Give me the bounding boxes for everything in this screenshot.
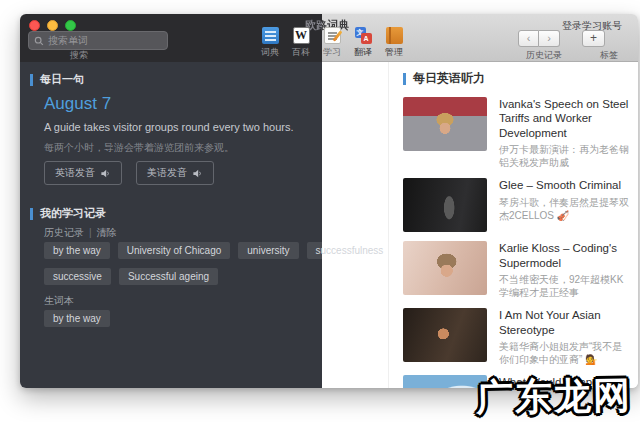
wordbook-tag-row: by the way [44, 310, 374, 327]
study-panel: 每日一句 August 7 A guide takes visitor grou… [20, 62, 322, 388]
item-thumbnail [403, 308, 487, 362]
item-title: Glee – Smooth Criminal [499, 178, 632, 192]
search-icon [34, 36, 44, 46]
toolbar-item-encyclopedia[interactable]: W 百科 [289, 27, 313, 59]
toolbar-items: 词典 W 百科 学习 文 A 翻译 管理 [258, 27, 406, 59]
back-button[interactable]: ‹ [518, 30, 539, 47]
tabs-toolbar-label: 标签 [600, 49, 618, 62]
speaker-icon [100, 168, 111, 179]
section-title: 每日一句 [40, 72, 84, 87]
item-text: Karlie Kloss – Coding's Supermodel 不当维密天… [499, 241, 632, 299]
speaker-icon [192, 168, 203, 179]
search-placeholder: 搜索单词 [48, 34, 88, 48]
study-notebook-icon [324, 27, 341, 44]
history-tag[interactable]: successive [44, 268, 111, 285]
button-label: 英语发音 [55, 166, 95, 180]
toolbar-item-label: 翻译 [354, 46, 372, 59]
section-accent-bar [30, 74, 33, 86]
search-toolbar-label: 搜索 [70, 49, 88, 62]
listening-item[interactable]: Karlie Kloss – Coding's Supermodel 不当维密天… [403, 241, 632, 299]
daily-sentence-text: A guide takes visitor groups round every… [44, 121, 308, 133]
app-window: 欧路词典 搜索单词 搜索 词典 W 百科 学习 [20, 14, 638, 388]
minimize-button[interactable] [47, 20, 58, 31]
history-tag[interactable]: successfulness [307, 242, 393, 259]
toolbar-item-translate[interactable]: 文 A 翻译 [351, 27, 375, 59]
dictionary-icon [262, 27, 279, 44]
section-title: 我的学习记录 [40, 206, 106, 221]
section-accent-bar [403, 73, 406, 85]
zoom-button[interactable] [65, 20, 76, 31]
translate-glyph-en: A [361, 33, 372, 44]
study-record-header: 我的学习记录 [30, 206, 106, 221]
item-subtitle: 琴房斗歌，伴奏居然是提琴双杰2CELLOS 🎻 [499, 196, 632, 222]
toolbar-item-dictionary[interactable]: 词典 [258, 27, 282, 59]
history-nav-segment: ‹ › [518, 30, 560, 47]
item-thumbnail [403, 241, 487, 295]
wordbook-tag[interactable]: by the way [44, 310, 110, 327]
daily-sentence-translation: 每两个小时，导游会带着游览团前来参观。 [44, 141, 308, 155]
item-thumbnail [403, 178, 487, 232]
toolbar-item-label: 管理 [385, 46, 403, 59]
item-text: Glee – Smooth Criminal 琴房斗歌，伴奏居然是提琴双杰2CE… [499, 178, 632, 232]
manage-book-icon [386, 27, 403, 44]
item-subtitle: 伊万卡最新演讲：再为老爸钢铝关税发声助威 [499, 143, 632, 169]
listening-list: 每日英语听力 Ivanka's Speech on Steel Tariffs … [388, 62, 632, 388]
item-subtitle: 不当维密天使，92年超模KK学编程才是正经事 [499, 273, 632, 299]
forward-button[interactable]: › [539, 30, 560, 47]
watermark-text: 广东龙网 [476, 371, 633, 422]
us-pronunciation-button[interactable]: 美语发音 [136, 161, 214, 185]
item-thumbnail [403, 97, 487, 151]
item-text: I Am Not Your Asian Stereotype 美籍华裔小姐姐发声… [499, 308, 632, 366]
add-tab-button[interactable]: + [582, 30, 605, 47]
translate-icon: 文 A [355, 27, 372, 44]
history-tag[interactable]: University of Chicago [118, 242, 230, 259]
clear-history-link[interactable]: 清除 [97, 227, 117, 238]
traffic-lights [29, 20, 76, 31]
listening-item[interactable]: Ivanka's Speech on Steel Tariffs and Wor… [403, 97, 632, 169]
history-tag-row: by the way University of Chicago univers… [44, 242, 374, 259]
item-title: Karlie Kloss – Coding's Supermodel [499, 241, 632, 270]
toolbar-item-label: 学习 [323, 46, 341, 59]
history-label: 历史记录 [44, 227, 84, 238]
history-tag[interactable]: Successful ageing [119, 268, 218, 285]
toolbar: 欧路词典 搜索单词 搜索 词典 W 百科 学习 [20, 14, 638, 62]
listening-panel: 每日英语听力 Ivanka's Speech on Steel Tariffs … [322, 62, 638, 388]
wordbook-label: 生词本 [44, 294, 74, 308]
history-tag[interactable]: university [238, 242, 298, 259]
content-area: 每日一句 August 7 A guide takes visitor grou… [20, 62, 638, 388]
toolbar-item-label: 词典 [261, 46, 279, 59]
history-tag[interactable]: by the way [44, 242, 110, 259]
toolbar-item-study[interactable]: 学习 [320, 27, 344, 59]
listening-item[interactable]: I Am Not Your Asian Stereotype 美籍华裔小姐姐发声… [403, 308, 632, 366]
wikipedia-icon: W [293, 27, 310, 44]
toolbar-item-manage[interactable]: 管理 [382, 27, 406, 59]
divider: | [84, 227, 97, 238]
search-input[interactable]: 搜索单词 [28, 31, 168, 50]
listening-item[interactable]: Glee – Smooth Criminal 琴房斗歌，伴奏居然是提琴双杰2CE… [403, 178, 632, 232]
section-accent-bar [30, 208, 33, 220]
pronunciation-buttons: 英语发音 美语发音 [44, 161, 214, 185]
toolbar-item-label: 百科 [292, 46, 310, 59]
item-text: Ivanka's Speech on Steel Tariffs and Wor… [499, 97, 632, 169]
uk-pronunciation-button[interactable]: 英语发音 [44, 161, 122, 185]
button-label: 美语发音 [147, 166, 187, 180]
history-clear-line: 历史记录|清除 [44, 226, 117, 240]
listening-header: 每日英语听力 [403, 70, 632, 87]
history-toolbar-label: 历史记录 [526, 49, 562, 62]
item-subtitle: 美籍华裔小姐姐发声“我不是你们印象中的亚裔” 💁 [499, 340, 632, 366]
daily-sentence-header: 每日一句 [30, 72, 84, 87]
section-title: 每日英语听力 [413, 70, 485, 87]
item-title: I Am Not Your Asian Stereotype [499, 308, 632, 337]
close-button[interactable] [29, 20, 40, 31]
item-title: Ivanka's Speech on Steel Tariffs and Wor… [499, 97, 632, 140]
history-tag-row: successive Successful ageing [44, 268, 374, 285]
daily-sentence-date: August 7 [44, 94, 111, 114]
item-thumbnail [403, 375, 487, 388]
